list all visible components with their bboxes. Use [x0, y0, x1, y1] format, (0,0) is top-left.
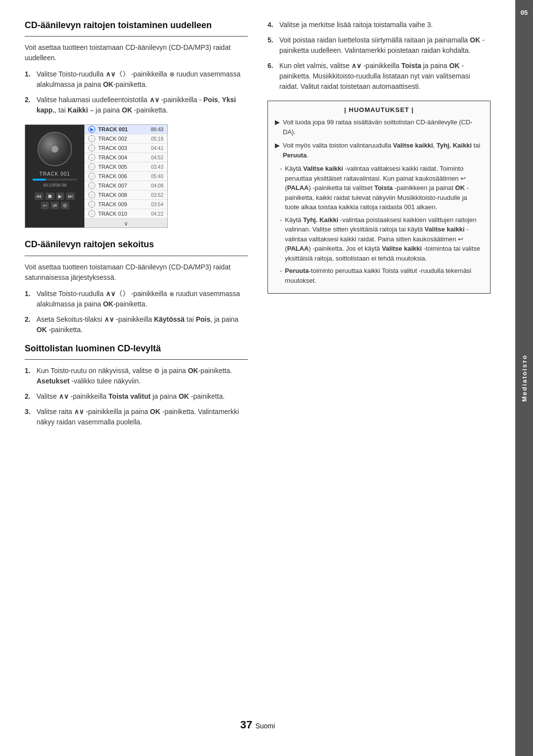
track-item[interactable]: ○TRACK 01004:22	[84, 209, 167, 219]
right-step5: 5. Voit poistaa raidan luettelosta siirt…	[267, 35, 491, 56]
section3-step3: 3. Valitse raita ∧∨ -painikkeilla ja pai…	[25, 407, 248, 427]
language-label: Suomi	[255, 722, 275, 730]
track-time: 03:43	[151, 164, 163, 170]
section2-title: CD-äänilevyn raitojen sekoitus	[25, 239, 248, 250]
section1-step2: 2. Valitse haluamasi uudelleentoistotila…	[25, 95, 248, 115]
track-name: TRACK 010	[98, 211, 151, 217]
notes-sub-item3: - Peruuta-toiminto peruuttaa kaikki Tois…	[275, 266, 483, 285]
track-item[interactable]: ○TRACK 00205:18	[84, 134, 167, 144]
track-item[interactable]: ○TRACK 00605:40	[84, 172, 167, 181]
section3-step2: 2. Valitse ∧∨ -painikkeilla Toista valit…	[25, 391, 248, 402]
main-content: CD-äänilevyn raitojen toistaminen uudell…	[0, 0, 515, 756]
cd-progress-fill	[33, 179, 46, 181]
section3-step1: 1. Kun Toisto-ruutu on näkyvissä, valits…	[25, 366, 248, 386]
track-icon: ○	[88, 135, 95, 142]
section2-intro: Voit asettaa tuotteen toistamaan CD-ääni…	[25, 262, 248, 283]
cd-disc	[38, 132, 72, 166]
track-item[interactable]: ○TRACK 00503:43	[84, 162, 167, 172]
track-time: 04:22	[151, 211, 163, 217]
notes-sub-item2: - Käytä Tyhj. Kaikki -valintaa poistaaks…	[275, 215, 483, 264]
notes-item1: ▶ Voit luoda jopa 99 raitaa sisältävän s…	[275, 117, 483, 137]
track-name: TRACK 009	[98, 201, 151, 207]
track-time: 05:18	[151, 136, 163, 142]
right-step6: 6. Kun olet valmis, valitse ∧∨ -painikke…	[267, 61, 491, 92]
section3-title: Soittolistan luominen CD-levyltä	[25, 343, 248, 354]
notes-sub-list: - Käytä Valitse kaikki -valintaa valitak…	[275, 164, 483, 285]
track-list: ▶TRACK 00100:43○TRACK 00205:18○TRACK 003…	[84, 125, 167, 219]
side-tab-label: Mediatoisто	[521, 354, 528, 402]
track-time: 03:52	[151, 192, 163, 198]
track-item[interactable]: ○TRACK 00903:54	[84, 200, 167, 209]
cd-time: 00:23/00:38	[43, 183, 67, 188]
cd-settings-btn[interactable]: ⚙	[61, 202, 69, 209]
track-icon: ○	[88, 201, 95, 208]
right-step4: 4. Valitse ja merkitse lisää raitoja toi…	[267, 20, 491, 30]
track-icon: ○	[88, 210, 95, 217]
right-column: 4. Valitse ja merkitse lisää raitoja toi…	[267, 20, 491, 709]
cd-right-panel: ▶TRACK 00100:43○TRACK 00205:18○TRACK 003…	[84, 125, 167, 227]
two-column-layout: CD-äänilevyn raitojen toistaminen uudell…	[25, 20, 491, 709]
track-name: TRACK 006	[98, 173, 151, 179]
track-icon: ○	[88, 163, 95, 170]
cd-track-label: TRACK 001	[39, 171, 70, 177]
track-name: TRACK 003	[98, 145, 151, 151]
track-time: 04:52	[151, 155, 163, 160]
section2-step2: 2. Aseta Sekoitus-tilaksi ∧∨ -painikkeil…	[25, 314, 248, 335]
notes-list: ▶ Voit luoda jopa 99 raitaa sisältävän s…	[275, 117, 483, 160]
cd-left-panel: TRACK 001 00:23/00:38 ⏮ ⏹ ▶ ⏭ ↩	[25, 125, 84, 227]
section2-divider	[25, 256, 248, 256]
track-icon: ○	[88, 191, 95, 198]
page-container: CD-äänilevyn raitojen toistaminen uudell…	[0, 0, 533, 756]
cd-prev-btn[interactable]: ⏮	[35, 192, 43, 200]
side-tab-number: 05	[521, 9, 528, 16]
cd-progress-bar	[33, 179, 77, 181]
notes-sub-item1: - Käytä Valitse kaikki -valintaa valitak…	[275, 164, 483, 212]
track-icon: ○	[88, 173, 95, 180]
section-repeat-heading: CD-äänilevyn raitojen toistaminen uudell…	[25, 20, 248, 115]
section1-title: CD-äänilevyn raitojen toistaminen uudell…	[25, 20, 248, 31]
scroll-down-arrow[interactable]: ∨	[84, 219, 167, 227]
section3-divider	[25, 359, 248, 360]
right-steps: 4. Valitse ja merkitse lisää raitoja toi…	[267, 20, 491, 92]
track-time: 04:08	[151, 183, 163, 189]
left-column: CD-äänilevyn raitojen toistaminen uudell…	[25, 20, 248, 709]
cd-stop-btn[interactable]: ⏹	[45, 192, 54, 200]
notes-title: | HUOMAUTUKSET |	[275, 106, 483, 113]
side-tab: 05 Mediatoisто	[515, 0, 533, 756]
track-name: TRACK 007	[98, 183, 151, 189]
track-item[interactable]: ○TRACK 00404:52	[84, 153, 167, 162]
track-icon: ▶	[88, 126, 95, 133]
section2-steps: 1. Valitse Toisto-ruudulla ∧∨〈〉 -painikk…	[25, 289, 248, 335]
cd-shuffle-btn[interactable]: ⇌	[51, 202, 59, 209]
cd-player-screenshot: TRACK 001 00:23/00:38 ⏮ ⏹ ▶ ⏭ ↩	[25, 124, 168, 228]
track-time: 00:43	[151, 127, 163, 132]
track-time: 05:40	[151, 174, 163, 179]
cd-play-btn[interactable]: ▶	[56, 192, 64, 200]
track-item[interactable]: ▶TRACK 00100:43	[84, 125, 167, 134]
notes-item2: ▶ Voit myös valita toiston valintaruudul…	[275, 141, 483, 160]
track-item[interactable]: ○TRACK 00304:41	[84, 144, 167, 153]
cd-controls: ⏮ ⏹ ▶ ⏭	[35, 192, 75, 200]
section3-steps: 1. Kun Toisto-ruutu on näkyvissä, valits…	[25, 366, 248, 427]
section-playlist: Soittolistan luominen CD-levyltä 1. Kun …	[25, 343, 248, 427]
track-time: 03:54	[151, 202, 163, 207]
track-name: TRACK 001	[98, 126, 151, 132]
track-icon: ○	[88, 145, 95, 151]
section-shuffle: CD-äänilevyn raitojen sekoitus Voit aset…	[25, 239, 248, 335]
track-item[interactable]: ○TRACK 00704:08	[84, 181, 167, 190]
track-icon: ○	[88, 154, 95, 161]
track-icon: ○	[88, 182, 95, 189]
page-number: 37	[240, 718, 252, 731]
track-time: 04:41	[151, 146, 163, 151]
section1-intro: Voit asettaa tuotteen toistamaan CD-ääni…	[25, 42, 248, 63]
track-name: TRACK 004	[98, 154, 151, 160]
section2-step1: 1. Valitse Toisto-ruudulla ∧∨〈〉 -painikk…	[25, 289, 248, 309]
section1-divider	[25, 36, 248, 37]
track-name: TRACK 002	[98, 136, 151, 142]
page-footer: 37 Suomi	[25, 709, 491, 736]
cd-next-btn[interactable]: ⏭	[66, 192, 75, 200]
track-item[interactable]: ○TRACK 00803:52	[84, 190, 167, 200]
cd-repeat-btn[interactable]: ↩	[41, 202, 49, 209]
track-name: TRACK 008	[98, 192, 151, 198]
section1-step1: 1. Valitse Toisto-ruudulla ∧∨〈〉 -painikk…	[25, 69, 248, 90]
